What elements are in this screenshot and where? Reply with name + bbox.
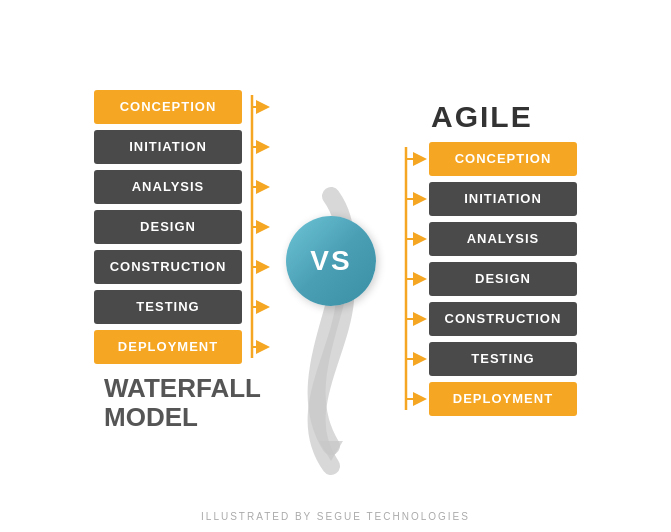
- agile-steps: CONCEPTIONINITIATIONANALYSISDESIGNCONSTR…: [429, 142, 577, 416]
- waterfall-steps: CONCEPTIONINITIATIONANALYSISDESIGNCONSTR…: [94, 90, 242, 364]
- waterfall-step-row: DEPLOYMENT: [94, 330, 242, 364]
- agile-step-box-0: CONCEPTION: [429, 142, 577, 176]
- waterfall-arrows: [242, 90, 272, 370]
- waterfall-side: CONCEPTIONINITIATIONANALYSISDESIGNCONSTR…: [94, 90, 261, 431]
- agile-step-row: CONSTRUCTION: [429, 302, 577, 336]
- agile-step-row: DEPLOYMENT: [429, 382, 577, 416]
- agile-step-box-5: TESTING: [429, 342, 577, 376]
- agile-step-box-6: DEPLOYMENT: [429, 382, 577, 416]
- waterfall-title: WATERFALLMODEL: [94, 374, 261, 431]
- vs-label: VS: [310, 245, 351, 277]
- agile-step-box-2: ANALYSIS: [429, 222, 577, 256]
- waterfall-step-row: CONSTRUCTION: [94, 250, 242, 284]
- waterfall-step-row: TESTING: [94, 290, 242, 324]
- content-area: CONCEPTIONINITIATIONANALYSISDESIGNCONSTR…: [0, 0, 671, 511]
- agile-step-row: TESTING: [429, 342, 577, 376]
- waterfall-step-box-0: CONCEPTION: [94, 90, 242, 124]
- agile-step-row: CONCEPTION: [429, 142, 577, 176]
- waterfall-step-box-3: DESIGN: [94, 210, 242, 244]
- waterfall-step-box-4: CONSTRUCTION: [94, 250, 242, 284]
- waterfall-step-row: DESIGN: [94, 210, 242, 244]
- agile-bracket: [401, 142, 429, 422]
- agile-title: AGILE: [401, 100, 533, 134]
- waterfall-step-row: CONCEPTION: [94, 90, 242, 124]
- agile-step-box-3: DESIGN: [429, 262, 577, 296]
- waterfall-step-box-1: INITIATION: [94, 130, 242, 164]
- waterfall-step-row: ANALYSIS: [94, 170, 242, 204]
- agile-step-box-4: CONSTRUCTION: [429, 302, 577, 336]
- agile-step-row: ANALYSIS: [429, 222, 577, 256]
- waterfall-step-box-5: TESTING: [94, 290, 242, 324]
- agile-step-row: DESIGN: [429, 262, 577, 296]
- agile-step-box-1: INITIATION: [429, 182, 577, 216]
- main-container: CONCEPTIONINITIATIONANALYSISDESIGNCONSTR…: [0, 0, 671, 532]
- vs-badge: VS: [286, 216, 376, 306]
- center-vs-area: VS: [286, 216, 376, 306]
- agile-side: AGILE: [401, 100, 577, 422]
- waterfall-step-box-2: ANALYSIS: [94, 170, 242, 204]
- waterfall-step-box-6: DEPLOYMENT: [94, 330, 242, 364]
- agile-step-row: INITIATION: [429, 182, 577, 216]
- waterfall-step-row: INITIATION: [94, 130, 242, 164]
